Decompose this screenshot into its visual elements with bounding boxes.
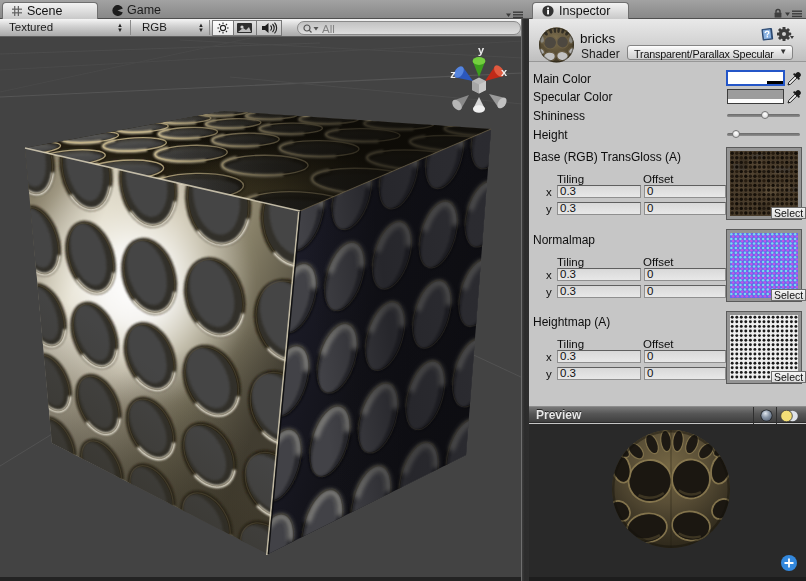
svg-text:x: x xyxy=(501,66,508,78)
svg-text:z: z xyxy=(450,68,456,80)
svg-text:y: y xyxy=(478,44,485,56)
